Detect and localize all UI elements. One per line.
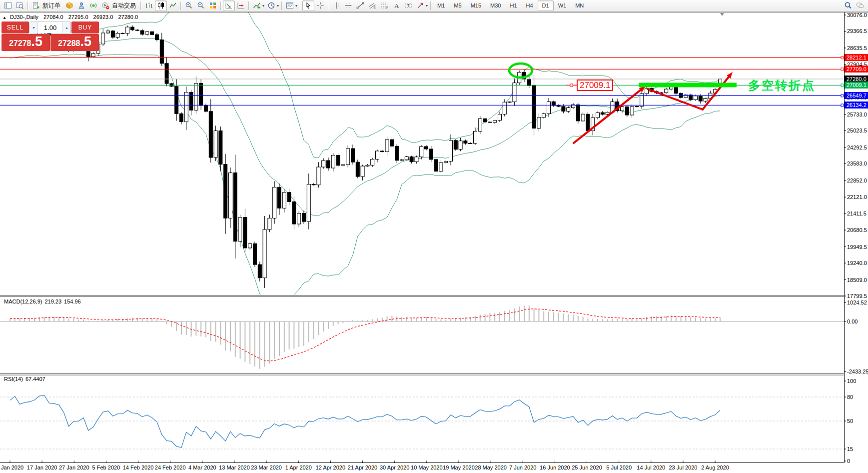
timeframe-m30[interactable]: M30 (486, 0, 505, 11)
timeframe-w1[interactable]: W1 (554, 0, 571, 11)
volume-decrease-button[interactable]: ▼ (30, 22, 38, 33)
timeframe-m1[interactable]: M1 (433, 0, 449, 11)
chart-shift-marker (720, 13, 724, 16)
price-callout-label[interactable]: 27009.1 (577, 80, 613, 91)
price-tick: 22852.0 (847, 178, 867, 184)
toolbar-separator (328, 2, 329, 10)
one-click-collapse-icon[interactable]: ▲ (2, 16, 6, 20)
chart-shift-icon[interactable] (235, 0, 247, 11)
buy-price[interactable]: 27288.5 (50, 34, 99, 51)
rsi-name: RSI(14) (4, 376, 23, 382)
timeframe-h1[interactable]: H1 (505, 0, 521, 11)
bollinger-bands (10, 0, 720, 304)
price-badge: 27709.0 (845, 66, 868, 72)
svg-text:F: F (386, 6, 388, 10)
price-badge: 28212.1 (845, 54, 868, 61)
fibonacci-icon[interactable]: F (378, 0, 390, 11)
candle-chart-icon[interactable] (155, 0, 167, 11)
date-label: 30 Apr 2020 (380, 464, 409, 470)
timeframe-mn[interactable]: MN (571, 0, 588, 11)
svg-text:A: A (394, 2, 399, 10)
price-tick: 19949.5 (847, 244, 867, 250)
timeframe-m5[interactable]: M5 (449, 0, 466, 11)
volume-increase-button[interactable]: ▲ (62, 22, 70, 33)
price-badge: 26549.7 (845, 92, 868, 99)
macd-tick: 0.00 (847, 318, 858, 324)
timeframe-h4[interactable]: H4 (522, 0, 538, 11)
add-indicator-dropdown-caret[interactable]: ▾ (262, 4, 264, 8)
caret-down-icon: ▼ (32, 26, 35, 30)
timeframe-m15[interactable]: M15 (466, 0, 486, 11)
terminal-icon[interactable] (75, 0, 87, 11)
new-order-icon[interactable] (30, 0, 42, 11)
vline-icon[interactable] (330, 0, 342, 11)
chart-canvas[interactable] (0, 0, 868, 473)
zoom-in-icon[interactable] (183, 0, 195, 11)
auto-scroll-icon[interactable] (223, 0, 235, 11)
date-label: 4 Mar 2020 (188, 464, 216, 470)
rsi-tick: 0 (847, 458, 850, 464)
metaquotes-icon[interactable] (63, 0, 75, 11)
macd-value-main: 219.23 (44, 298, 61, 304)
timeframe-d1[interactable]: D1 (538, 0, 554, 11)
template-dropdown-caret[interactable]: ▾ (295, 4, 297, 8)
signals-icon[interactable] (87, 0, 99, 11)
macd-indicator-label: MACD(12,26,9)219.23154.96 (4, 298, 83, 304)
add-indicator-icon[interactable] (251, 0, 263, 11)
macd-name: MACD(12,26,9) (4, 298, 42, 304)
period-dropdown-caret[interactable]: ▾ (277, 4, 279, 8)
zoom-out-icon[interactable] (195, 0, 207, 11)
buy-button[interactable]: BUY (71, 22, 99, 34)
date-label: 21 Apr 2020 (348, 464, 377, 470)
toolbar-separator (27, 2, 28, 10)
new-order-label: 新订单 (42, 2, 60, 10)
line-chart-icon[interactable] (167, 0, 179, 11)
sell-price-main: 27278 (9, 39, 31, 48)
price-tick: 17799.5 (847, 293, 867, 299)
label-icon[interactable]: T (402, 0, 414, 11)
volume-input[interactable]: 1.00 (38, 22, 62, 33)
support-resistance-bar[interactable] (639, 83, 737, 88)
price-tick: 28635.5 (847, 45, 867, 51)
tile-windows-icon[interactable] (207, 0, 219, 11)
sell-price[interactable]: 27278.5 (1, 34, 50, 51)
date-label: 24 Feb 2020 (155, 464, 186, 470)
bar-chart-icon[interactable] (143, 0, 155, 11)
channel-icon[interactable]: E (366, 0, 378, 11)
date-label: 2 Aug 2020 (701, 464, 729, 470)
template-icon[interactable] (284, 0, 296, 11)
hline-icon[interactable] (342, 0, 354, 11)
data-window-icon[interactable] (14, 0, 26, 11)
trading-platform-window: 新订单自动交易▾▾▾EFAT▾M1M5M15M30H1H4D1W1MN ▲ DJ… (0, 0, 868, 473)
price-tick: 20680.5 (847, 227, 867, 233)
shapes-icon[interactable] (414, 0, 426, 11)
shapes-dropdown-caret[interactable]: ▾ (426, 4, 428, 8)
bollinger-middle (10, 38, 720, 216)
sell-button[interactable]: SELL (1, 22, 29, 34)
period-icon[interactable] (265, 0, 277, 11)
price-tick: 18509.0 (847, 277, 867, 283)
rsi-tick: 80 (847, 394, 853, 400)
text-icon[interactable]: A (390, 0, 402, 11)
market-watch-icon[interactable] (2, 0, 14, 11)
macd-indicator (0, 306, 844, 369)
bar-open: 27084.0 (43, 14, 63, 20)
cursor-icon[interactable] (302, 0, 314, 11)
price-tick: 23583.0 (847, 160, 867, 166)
turning-point-note[interactable]: 多空转折点 (748, 78, 816, 94)
autotrade-icon[interactable] (99, 0, 111, 11)
candlestick-series (8, 26, 722, 288)
date-label: 25 Jun 2020 (572, 464, 602, 470)
price-badge: 26134.2 (845, 102, 868, 108)
search-icon[interactable] (842, 0, 854, 11)
bar-high: 27295.0 (68, 14, 88, 20)
rsi-tick: 50 (847, 418, 853, 424)
date-label: 19 May 2020 (443, 464, 475, 470)
date-label: 13 Mar 2020 (219, 464, 250, 470)
crosshair-icon[interactable] (314, 0, 326, 11)
chat-icon[interactable] (854, 0, 866, 11)
price-tick: 30076.0 (847, 12, 867, 18)
symbol-info-bar: ▲ DJ30-,Daily 27084.0 27295.0 26923.0 27… (2, 14, 138, 20)
svg-text:T: T (407, 3, 410, 8)
trendline-icon[interactable] (354, 0, 366, 11)
